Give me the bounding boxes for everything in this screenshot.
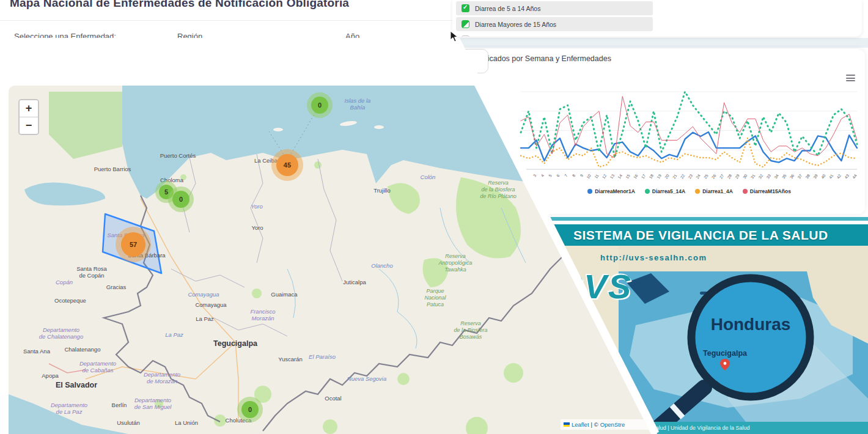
- x-tick-label: 38: [804, 173, 811, 179]
- x-tick-label: 10: [586, 173, 592, 179]
- cluster-count: 0: [311, 97, 329, 114]
- cluster-count: 0: [241, 401, 259, 419]
- dropdown-item[interactable]: Parálisis Flácida Menores de 15 Años: [456, 32, 653, 37]
- dropdown-item-label: Parálisis Flácida Menores de 15 Años: [475, 36, 583, 37]
- x-tick-label: 5: [548, 173, 553, 177]
- x-tick-label: 32: [757, 173, 763, 179]
- x-tick-label: 12: [601, 173, 608, 179]
- dashboard: Mapa Nacional de Enfermedades de Notific…: [0, 0, 868, 434]
- dropdown-item-label: Diarrea de 5 a 14 Años: [475, 5, 540, 12]
- x-tick-label: 3: [532, 173, 537, 177]
- cluster-marker[interactable]: 45: [271, 149, 303, 181]
- map-zoom-control[interactable]: + −: [18, 99, 39, 135]
- x-tick-label: 42: [836, 173, 842, 179]
- x-tick-label: 20: [664, 173, 670, 179]
- zoom-out-button[interactable]: −: [20, 117, 38, 134]
- cluster-count: 45: [276, 154, 298, 175]
- x-tick-label: 36: [789, 173, 795, 179]
- legend-item[interactable]: Diarrea1_4A: [695, 188, 733, 194]
- legend-dot-icon: [587, 189, 592, 194]
- banner-capital-label: Tegucigalpa: [703, 349, 748, 358]
- x-tick-label: 23: [687, 173, 693, 179]
- cluster-marker[interactable]: 0: [237, 397, 263, 422]
- disease-multiselect-dropdown: Diarrea de 5 a 14 Años Diarrea Mayores d…: [452, 0, 862, 37]
- osm-link[interactable]: OpenStre: [600, 421, 625, 428]
- legend-dot-icon: [695, 189, 700, 194]
- legend-label: DiarreaMenor1A: [595, 188, 635, 194]
- x-tick-label: 19: [656, 173, 662, 179]
- x-tick-label: 29: [734, 173, 740, 179]
- leaflet-link[interactable]: Leaflet: [572, 421, 589, 428]
- banner-country-label: Honduras: [711, 315, 791, 334]
- map-attribution: Leaflet | © OpenStre: [561, 419, 652, 430]
- zoom-in-button[interactable]: +: [20, 100, 38, 117]
- x-tick-label: 27: [718, 173, 724, 179]
- cluster-count: 57: [121, 232, 145, 256]
- x-tick-label: 17: [641, 173, 647, 179]
- cluster-marker[interactable]: 57: [116, 227, 151, 262]
- checkbox-unchecked-icon[interactable]: [462, 35, 469, 37]
- magnifier-lens: [691, 278, 810, 397]
- x-tick-label: 15: [625, 173, 631, 179]
- x-tick-label: 39: [812, 173, 818, 179]
- x-tick-label: 9: [579, 173, 584, 177]
- legend-dot-icon: [645, 189, 650, 194]
- x-tick-label: 44: [851, 173, 858, 179]
- x-tick-label: 37: [796, 173, 803, 179]
- cluster-marker[interactable]: 0: [307, 92, 333, 118]
- x-tick-label: 18: [648, 173, 654, 179]
- checkbox-checked-icon[interactable]: [462, 4, 469, 12]
- series-DiarreaM15Años: [521, 97, 857, 158]
- series-Diarrea5_14A: [521, 92, 857, 158]
- x-tick-label: 25: [703, 173, 709, 179]
- checkbox-partial-icon[interactable]: [462, 20, 469, 28]
- banner-header: SISTEMA DE VIGILANCIA DE LA SALUD: [544, 224, 868, 246]
- x-tick-label: 16: [633, 173, 639, 179]
- flag-icon: [564, 422, 570, 427]
- background-band: [454, 38, 868, 48]
- x-tick-label: 26: [711, 173, 717, 179]
- legend-dot-icon: [743, 189, 748, 194]
- legend-label: Diarrea5_14A: [652, 188, 685, 194]
- header-divider: [0, 20, 457, 21]
- x-tick-label: 21: [672, 173, 678, 179]
- x-tick-label: 6: [556, 173, 561, 177]
- dropdown-item-label: Diarrea Mayores de 15 Años: [475, 21, 556, 28]
- x-tick-label: 40: [820, 173, 826, 179]
- x-tick-label: 43: [844, 173, 850, 179]
- x-tick-label: 7: [564, 173, 568, 177]
- x-tick-label: 22: [680, 173, 686, 179]
- dropdown-item[interactable]: Diarrea de 5 a 14 Años: [456, 1, 653, 15]
- x-tick-label: 13: [609, 173, 615, 179]
- cluster-marker[interactable]: 0: [168, 186, 194, 212]
- x-tick-label: 35: [781, 173, 787, 179]
- x-tick-label: 14: [617, 173, 623, 179]
- x-tick-label: 31: [750, 173, 756, 179]
- legend-item[interactable]: DiarreaM15Años: [743, 188, 791, 194]
- cluster-count: 0: [172, 191, 190, 208]
- legend-label: DiarreaM15Años: [750, 188, 791, 194]
- attribution-divider: | ©: [591, 421, 598, 428]
- x-tick-label: 11: [594, 173, 600, 179]
- legend-item[interactable]: Diarrea5_14A: [645, 188, 685, 194]
- x-tick-label: 41: [828, 173, 834, 179]
- dropdown-item[interactable]: Diarrea Mayores de 15 Años: [456, 17, 653, 31]
- legend-label: Diarrea1_4A: [702, 188, 733, 194]
- x-tick-label: 34: [773, 173, 779, 179]
- legend-item[interactable]: DiarreaMenor1A: [587, 188, 635, 194]
- mouse-cursor-icon: [450, 31, 458, 43]
- banner-top-strip: [544, 217, 868, 221]
- x-tick-label: 24: [695, 173, 701, 179]
- chart-legend: DiarreaMenor1ADiarrea5_14ADiarrea1_4ADia…: [520, 188, 859, 194]
- banner-url: http://uvs-sesalhn.com: [600, 253, 707, 262]
- x-tick-label: 4: [540, 173, 545, 177]
- x-tick-label: 28: [726, 173, 732, 179]
- x-tick-label: 8: [572, 173, 576, 177]
- x-tick-label: 33: [765, 173, 771, 179]
- page-title: Mapa Nacional de Enfermedades de Notific…: [10, 0, 349, 10]
- x-tick-label: 30: [742, 173, 748, 179]
